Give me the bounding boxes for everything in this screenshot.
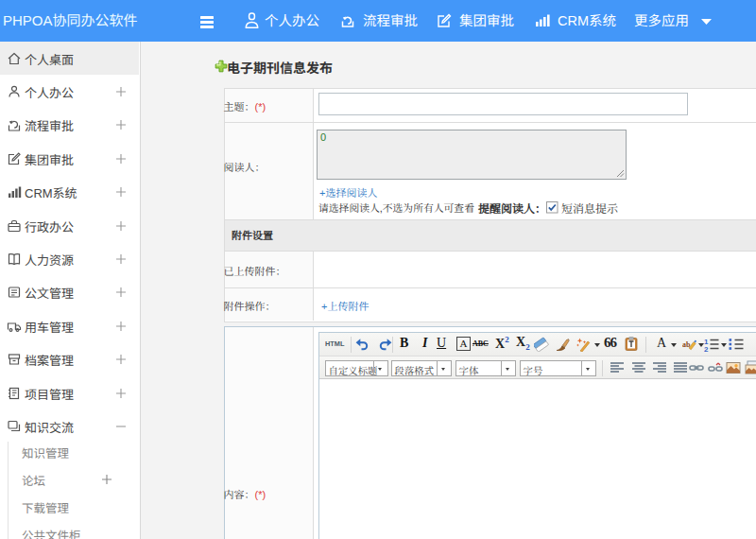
svg-text:2: 2 bbox=[704, 345, 709, 352]
